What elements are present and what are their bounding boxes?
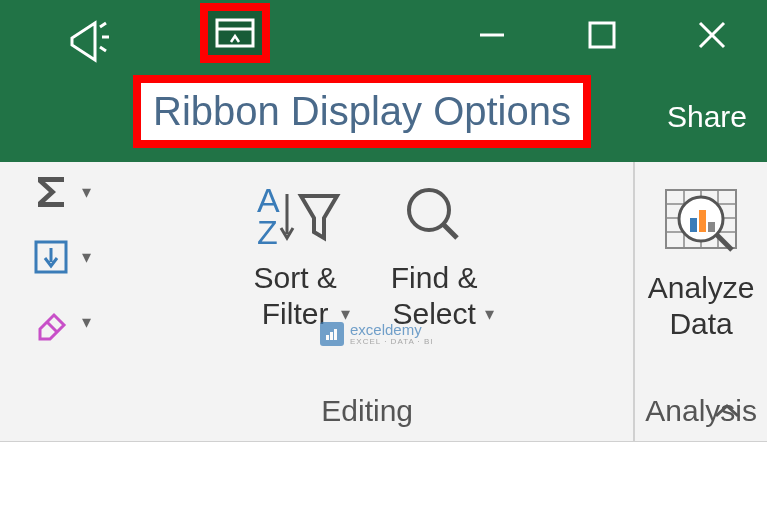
megaphone-icon[interactable] <box>60 13 112 69</box>
share-button[interactable]: Share <box>667 100 747 134</box>
tooltip-text: Ribbon Display Options <box>153 89 571 133</box>
sort-filter-icon: A Z <box>249 182 341 252</box>
search-icon <box>399 182 469 252</box>
fill-button[interactable]: ▾ <box>30 232 91 282</box>
svg-rect-22 <box>708 222 715 232</box>
analyze-data-button[interactable]: Analyze Data <box>648 177 755 394</box>
autosum-button[interactable]: ▾ <box>30 167 91 217</box>
svg-rect-20 <box>690 218 697 232</box>
chevron-down-icon: ▾ <box>82 311 91 333</box>
editing-group-label: Editing <box>321 394 413 436</box>
watermark-brand: exceldemy <box>350 322 434 337</box>
sort-filter-button[interactable]: A Z Sort & Filter ▾ <box>241 177 350 394</box>
svg-rect-0 <box>217 20 253 46</box>
editing-group: A Z Sort & Filter ▾ Find & Select ▾ <box>101 162 635 441</box>
analyze-data-label: Analyze Data <box>648 270 755 342</box>
maximize-button[interactable] <box>547 10 657 60</box>
quick-functions: ▾ ▾ ▾ <box>0 162 101 441</box>
window-controls <box>367 10 767 60</box>
watermark-logo-icon <box>320 322 344 346</box>
tooltip: Ribbon Display Options <box>133 75 591 148</box>
clear-button[interactable]: ▾ <box>30 297 91 347</box>
analysis-group: Analyze Data Analysis <box>635 162 767 441</box>
sort-filter-label: Sort & Filter ▾ <box>241 260 350 326</box>
analyze-data-icon <box>656 182 746 262</box>
svg-rect-25 <box>330 332 333 340</box>
watermark-tagline: EXCEL · DATA · BI <box>350 337 434 346</box>
svg-text:Z: Z <box>257 213 278 251</box>
svg-rect-24 <box>326 335 329 340</box>
ribbon-display-options-button[interactable] <box>200 3 270 63</box>
chevron-up-icon <box>712 402 742 422</box>
svg-rect-3 <box>590 23 614 47</box>
collapse-ribbon-button[interactable] <box>712 402 742 426</box>
chevron-down-icon: ▾ <box>485 304 494 326</box>
sigma-icon <box>30 171 72 213</box>
find-select-button[interactable]: Find & Select ▾ <box>375 177 494 394</box>
ribbon: ▾ ▾ ▾ A Z <box>0 162 767 442</box>
svg-rect-26 <box>334 329 337 340</box>
close-button[interactable] <box>657 10 767 60</box>
chevron-down-icon: ▾ <box>82 246 91 268</box>
maximize-icon <box>586 19 618 51</box>
minimize-button[interactable] <box>437 10 547 60</box>
ribbon-display-icon <box>215 18 255 48</box>
minimize-icon <box>474 17 510 53</box>
eraser-icon <box>30 301 72 343</box>
find-select-label: Find & Select ▾ <box>375 260 494 326</box>
svg-line-11 <box>443 224 457 238</box>
close-icon <box>694 17 730 53</box>
svg-rect-21 <box>699 210 706 232</box>
chevron-down-icon: ▾ <box>82 181 91 203</box>
watermark: exceldemy EXCEL · DATA · BI <box>320 322 434 346</box>
svg-line-7 <box>47 322 57 332</box>
fill-down-icon <box>30 236 72 278</box>
titlebar: Ribbon Display Options Share <box>0 0 767 162</box>
